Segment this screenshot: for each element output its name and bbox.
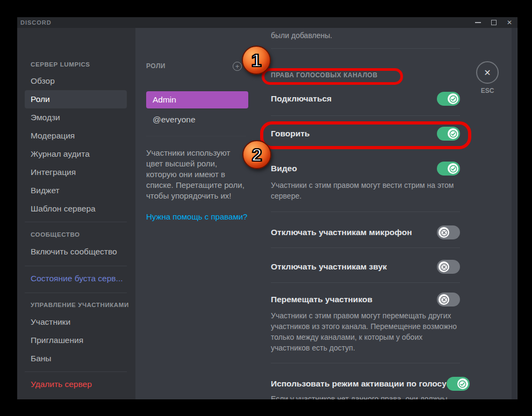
x-icon <box>438 261 449 272</box>
sidebar-divider <box>25 222 127 222</box>
permission-row-mute-members: Отключать участникам микрофон <box>271 225 460 239</box>
sidebar-divider <box>25 293 127 293</box>
sidebar-item-overview[interactable]: Обзор <box>25 72 127 90</box>
toggle-mute-members[interactable] <box>437 225 460 239</box>
annotation-step-2-number: 2 <box>252 144 262 165</box>
annotation-step-1-number: 1 <box>251 50 262 71</box>
roles-header: РОЛИ + <box>146 62 248 70</box>
divider <box>271 115 460 116</box>
annotation-step-1-badge: 1 <box>242 46 271 75</box>
esc-label: ESC <box>476 87 499 94</box>
permission-label: Перемещать участников <box>271 295 372 304</box>
divider <box>271 211 460 212</box>
sidebar-header-members: УПРАВЛЕНИЕ УЧАСТНИКАМИ <box>31 302 135 310</box>
roles-panel: РОЛИ + Admin @everyone Участники использ… <box>146 28 248 221</box>
toggle-video[interactable] <box>437 162 460 176</box>
permission-description: Участники с этим правом могут вести стри… <box>271 180 460 201</box>
sidebar-header-server: СЕРВЕР LUMPICS <box>31 61 135 69</box>
role-item-everyone[interactable]: @everyone <box>146 114 248 126</box>
close-icon[interactable]: ✕ <box>507 20 512 25</box>
check-icon <box>448 163 458 174</box>
minimize-icon[interactable] <box>475 22 481 23</box>
permission-label: Отключать участникам звук <box>271 262 387 272</box>
x-icon <box>438 227 449 238</box>
sidebar-item-moderation[interactable]: Модерация <box>25 127 127 145</box>
sidebar-item-boost-status[interactable]: Состояние буста серв... <box>25 269 127 288</box>
sidebar-item-members[interactable]: Участники <box>25 313 127 331</box>
roles-title: РОЛИ <box>146 62 166 70</box>
permission-description: Участники с этим правом могут перемещать… <box>271 310 460 353</box>
permission-row-connect: Подключаться <box>271 92 460 106</box>
sidebar-item-widget[interactable]: Виджет <box>25 181 127 200</box>
sidebar-item-server-template[interactable]: Шаблон сервера <box>25 200 127 218</box>
permission-row-voice-activity: Использовать режим активации по голосу <box>271 377 460 391</box>
maximize-icon[interactable] <box>491 20 497 25</box>
toggle-deafen-members[interactable] <box>437 260 460 274</box>
annotation-highlight-voice-permissions-header <box>262 68 403 85</box>
annotation-step-2-badge: 2 <box>242 140 271 169</box>
sidebar-header-community: СООБЩЕСТВО <box>31 231 135 239</box>
sidebar-item-integration[interactable]: Интеграция <box>25 163 127 181</box>
role-item-admin[interactable]: Admin <box>146 91 248 108</box>
sidebar-item-delete-server[interactable]: Удалить сервер <box>25 375 127 393</box>
title-bar: DISCORD ✕ <box>17 17 517 28</box>
permission-label: Подключаться <box>271 94 332 104</box>
window-controls: ✕ <box>475 20 517 25</box>
permission-description: Если у участников нет данного права, они… <box>271 393 460 399</box>
add-role-button[interactable]: + <box>233 62 242 71</box>
permission-row-move-members: Перемещать участников <box>271 293 460 306</box>
sidebar-item-bans[interactable]: Баны <box>25 349 127 368</box>
sidebar-divider <box>25 266 127 266</box>
sidebar-item-emoji[interactable]: Эмодзи <box>25 108 127 127</box>
check-icon <box>457 378 468 389</box>
plus-icon: + <box>235 63 240 70</box>
roles-divider <box>146 136 246 136</box>
close-icon: ✕ <box>484 68 491 78</box>
close-settings-button[interactable]: ✕ <box>476 61 499 84</box>
divider <box>271 363 460 363</box>
permission-label: Видео <box>271 164 297 173</box>
roles-hint-text: Участники используют цвет высшей роли, к… <box>146 148 248 201</box>
divider <box>271 48 460 49</box>
check-icon <box>448 93 458 104</box>
scrollbar[interactable] <box>512 28 517 399</box>
permission-row-deafen-members: Отключать участникам звук <box>271 260 460 274</box>
divider <box>271 282 460 283</box>
x-icon <box>438 294 449 305</box>
permission-label: Отключать участникам микрофон <box>271 228 412 237</box>
discord-logo: DISCORD <box>20 19 52 26</box>
sidebar-item-enable-community[interactable]: Включить сообщество <box>25 243 127 261</box>
toggle-voice-activity[interactable] <box>447 377 470 391</box>
permission-row-video: Видео <box>271 162 460 176</box>
previous-section-text: были добавлены. <box>271 31 460 42</box>
annotation-highlight-speak-row <box>260 121 471 149</box>
toggle-connect[interactable] <box>437 92 460 106</box>
sidebar-item-roles[interactable]: Роли <box>25 90 127 108</box>
settings-sidebar: СЕРВЕР LUMPICS Обзор Роли Эмодзи Модерац… <box>17 28 135 399</box>
divider <box>271 247 460 248</box>
toggle-move-members[interactable] <box>437 293 460 306</box>
sidebar-divider <box>25 371 127 372</box>
sidebar-item-audit-log[interactable]: Журнал аудита <box>25 145 127 163</box>
permission-label: Использовать режим активации по голосу <box>271 379 447 389</box>
roles-help-link[interactable]: Нужна помощь с правами? <box>146 212 248 221</box>
sidebar-item-invites[interactable]: Приглашения <box>25 331 127 349</box>
close-settings: ✕ ESC <box>476 61 499 94</box>
